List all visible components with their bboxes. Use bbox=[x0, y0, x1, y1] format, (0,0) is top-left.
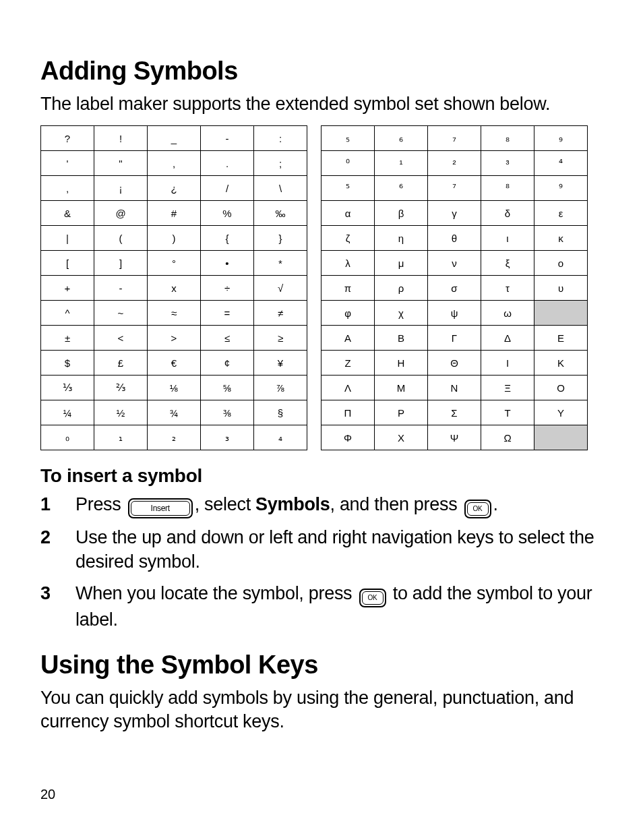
symbol-cell: ² bbox=[428, 151, 481, 176]
symbol-cell: ~ bbox=[94, 301, 148, 326]
symbol-cell: ₆ bbox=[375, 126, 428, 151]
step-number: 2 bbox=[40, 525, 75, 549]
symbol-cell: , bbox=[41, 176, 94, 201]
symbol-cell: * bbox=[254, 251, 307, 276]
symbol-cell: μ bbox=[375, 251, 428, 276]
symbol-cell: = bbox=[201, 301, 254, 326]
page-number: 20 bbox=[40, 787, 55, 802]
symbol-cell: δ bbox=[481, 201, 534, 226]
symbol-cell: • bbox=[201, 251, 254, 276]
symbol-cell: Υ bbox=[534, 400, 588, 425]
key-label: Insert bbox=[131, 501, 190, 516]
symbol-cell: ξ bbox=[481, 251, 534, 276]
step-body: Use the up and down or left and right na… bbox=[75, 525, 603, 574]
symbol-cell: Θ bbox=[428, 351, 481, 376]
intro-using-symbol-keys: You can quickly add symbols by using the… bbox=[40, 686, 603, 733]
symbol-cell: ι bbox=[481, 226, 534, 251]
step-3: 3 When you locate the symbol, press OK t… bbox=[40, 581, 603, 632]
symbol-cell: Σ bbox=[428, 400, 481, 425]
symbol-cell: ₅ bbox=[322, 126, 375, 151]
symbol-cell: ⁴ bbox=[534, 151, 588, 176]
symbol-cell: ¢ bbox=[201, 351, 254, 376]
symbol-table-left: ?!_-:'",.;,¡¿/\&@#%‰|(){}[]°•*+-x÷√^~≈=≠… bbox=[40, 125, 307, 450]
symbol-cell: Γ bbox=[428, 326, 481, 351]
symbol-cell: ο bbox=[534, 251, 588, 276]
symbol-cell: } bbox=[254, 226, 307, 251]
symbol-cell: ) bbox=[148, 226, 201, 251]
symbol-cell: ¼ bbox=[41, 400, 94, 425]
symbol-cell: + bbox=[41, 276, 94, 301]
symbol-cell: ₀ bbox=[41, 425, 94, 450]
symbol-cell: ‰ bbox=[254, 201, 307, 226]
step-body: Press Insert , select Symbols, and then … bbox=[75, 492, 603, 518]
subheading-insert-symbol: To insert a symbol bbox=[40, 465, 603, 487]
symbol-cell: λ bbox=[322, 251, 375, 276]
intro-adding-symbols: The label maker supports the extended sy… bbox=[40, 92, 603, 116]
symbol-cell: ₂ bbox=[148, 425, 201, 450]
symbol-cell: τ bbox=[481, 276, 534, 301]
symbol-cell: Ο bbox=[534, 376, 588, 400]
text: . bbox=[493, 494, 498, 514]
symbol-cell: @ bbox=[94, 201, 148, 226]
text: When you locate the symbol, press bbox=[75, 583, 357, 603]
symbol-cell: Φ bbox=[322, 425, 375, 450]
symbol-cell: ⁵ bbox=[322, 176, 375, 201]
symbol-cell: ⅞ bbox=[254, 376, 307, 400]
symbol-cell: < bbox=[94, 326, 148, 351]
symbol-cell: \ bbox=[254, 176, 307, 201]
symbol-cell: ₉ bbox=[534, 126, 588, 151]
symbol-cell: ³ bbox=[481, 151, 534, 176]
symbol-cell: ^ bbox=[41, 301, 94, 326]
symbol-cell: ⅓ bbox=[41, 376, 94, 400]
symbol-cell: ⁸ bbox=[481, 176, 534, 201]
symbol-cell: Ι bbox=[481, 351, 534, 376]
symbol-cell: σ bbox=[428, 276, 481, 301]
ok-key-icon: OK bbox=[359, 582, 386, 607]
symbol-cell: π bbox=[322, 276, 375, 301]
symbol-cell: # bbox=[148, 201, 201, 226]
symbol-cell: ⁶ bbox=[375, 176, 428, 201]
symbol-cell: ¹ bbox=[375, 151, 428, 176]
symbol-cell: ⅛ bbox=[148, 376, 201, 400]
symbol-cell: √ bbox=[254, 276, 307, 301]
symbol-cell: ₃ bbox=[201, 425, 254, 450]
symbol-cell: ⅜ bbox=[201, 400, 254, 425]
step-body: When you locate the symbol, press OK to … bbox=[75, 581, 603, 632]
symbol-cell bbox=[534, 301, 588, 326]
symbol-cell: ± bbox=[41, 326, 94, 351]
symbol-cell: & bbox=[41, 201, 94, 226]
symbol-cell: υ bbox=[534, 276, 588, 301]
symbol-cell: ⁹ bbox=[534, 176, 588, 201]
symbol-cell: ₇ bbox=[428, 126, 481, 151]
symbol-cell: ₁ bbox=[94, 425, 148, 450]
symbol-cell: { bbox=[201, 226, 254, 251]
symbol-cell: ν bbox=[428, 251, 481, 276]
symbol-cell: " bbox=[94, 151, 148, 176]
symbol-cell: ⁰ bbox=[322, 151, 375, 176]
symbol-cell: ⁷ bbox=[428, 176, 481, 201]
symbol-cell: € bbox=[148, 351, 201, 376]
symbol-cell: κ bbox=[534, 226, 588, 251]
symbol-cell: χ bbox=[375, 301, 428, 326]
symbol-cell: ⅔ bbox=[94, 376, 148, 400]
symbol-table-right: ₅₆₇₈₉⁰¹²³⁴⁵⁶⁷⁸⁹αβγδεζηθικλμνξοπρστυφχψωΑ… bbox=[321, 125, 588, 450]
symbol-cell: Τ bbox=[481, 400, 534, 425]
symbol-cell: ¾ bbox=[148, 400, 201, 425]
symbol-cell: Β bbox=[375, 326, 428, 351]
step-1: 1 Press Insert , select Symbols, and the… bbox=[40, 492, 603, 518]
symbol-cell: ½ bbox=[94, 400, 148, 425]
symbol-cell: Ν bbox=[428, 376, 481, 400]
insert-key-icon: Insert bbox=[128, 493, 193, 518]
heading-adding-symbols: Adding Symbols bbox=[40, 57, 603, 86]
symbol-cell: % bbox=[201, 201, 254, 226]
symbol-cell: ¿ bbox=[148, 176, 201, 201]
symbol-cell: ρ bbox=[375, 276, 428, 301]
step-number: 3 bbox=[40, 581, 75, 605]
symbol-cell: Μ bbox=[375, 376, 428, 400]
symbol-cell: Ζ bbox=[322, 351, 375, 376]
symbol-tables-row: ?!_-:'",.;,¡¿/\&@#%‰|(){}[]°•*+-x÷√^~≈=≠… bbox=[40, 125, 603, 450]
symbol-cell: ÷ bbox=[201, 276, 254, 301]
symbol-cell: . bbox=[201, 151, 254, 176]
symbol-cell: : bbox=[254, 126, 307, 151]
symbol-cell: Χ bbox=[375, 425, 428, 450]
